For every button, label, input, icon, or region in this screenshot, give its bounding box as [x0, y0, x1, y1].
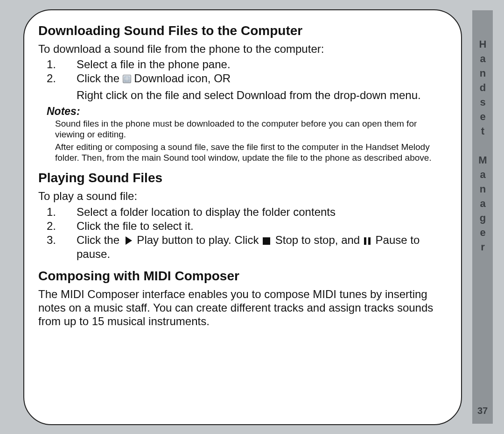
notes-label: Notes: — [47, 105, 447, 118]
download-icon — [123, 75, 131, 83]
page-frame: Downloading Sound Files to the Computer … — [23, 9, 462, 425]
list-item: Click the file to select it. — [38, 219, 447, 233]
pause-icon — [364, 237, 371, 245]
step3-b: Play button to play. Click — [134, 234, 262, 246]
side-tab: Handset Manager 37 — [472, 10, 493, 424]
note-text: After editing or composing a sound file,… — [55, 142, 444, 164]
heading-downloading: Downloading Sound Files to the Computer — [38, 23, 447, 38]
body-composing: The MIDI Composer interface enables you … — [38, 287, 447, 328]
step2-continuation: Right click on the file and select Downl… — [38, 88, 447, 102]
intro-playing: To play a sound file: — [38, 189, 447, 203]
intro-downloading: To download a sound file from the phone … — [38, 42, 447, 56]
stop-icon — [263, 237, 270, 245]
heading-playing: Playing Sound Files — [38, 171, 447, 185]
step3-a: Click the — [77, 234, 123, 246]
step2-part-b: Download icon, OR — [131, 72, 231, 85]
section-composing: Composing with MIDI Composer The MIDI Co… — [38, 269, 447, 328]
page-number: 37 — [477, 406, 488, 416]
section-playing: Playing Sound Files To play a sound file… — [38, 171, 447, 261]
list-item: Click the Play button to play. Click Sto… — [38, 233, 447, 261]
list-item: Click the Download icon, OR — [38, 71, 447, 85]
step2-part-a: Click the — [77, 72, 123, 85]
section-downloading: Downloading Sound Files to the Computer … — [38, 23, 447, 163]
list-playing: Select a folder location to display the … — [38, 205, 447, 261]
heading-composing: Composing with MIDI Composer — [38, 269, 447, 284]
list-item: Select a folder location to display the … — [38, 205, 447, 219]
list-item: Select a file in the phone pane. — [38, 57, 447, 71]
note-text: Sound files in the phone must be downloa… — [55, 119, 444, 140]
list-downloading: Select a file in the phone pane. Click t… — [38, 57, 447, 85]
play-icon — [126, 236, 132, 245]
side-tab-title: Handset Manager — [476, 38, 489, 256]
step3-c: Stop to stop, and — [272, 234, 363, 246]
